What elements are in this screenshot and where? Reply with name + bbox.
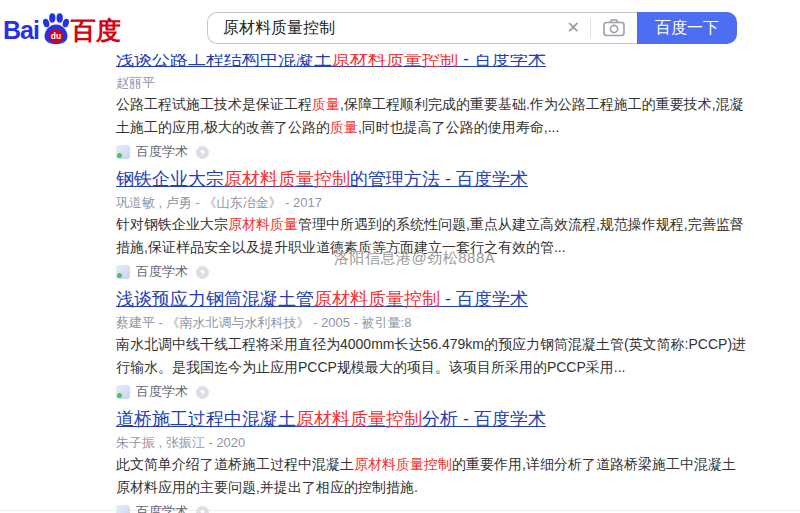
results-list: 浅谈公路工程结构中混凝土原材料质量控制 - 百度学术 赵丽平 公路工程试施工技术… bbox=[116, 48, 756, 513]
logo-latin-text: Bai bbox=[3, 13, 39, 47]
baidu-serp-page: 浅谈公路工程结构中混凝土原材料质量控制 - 百度学术 赵丽平 公路工程试施工技术… bbox=[0, 0, 800, 513]
result-source-label: 百度学术 bbox=[136, 263, 188, 281]
clear-icon[interactable]: ✕ bbox=[557, 13, 590, 43]
baidu-scholar-icon bbox=[116, 145, 130, 159]
result-byline: 赵丽平 bbox=[116, 74, 756, 91]
chevron-down-icon[interactable]: ▼ bbox=[196, 266, 209, 279]
chevron-down-icon[interactable]: ▼ bbox=[196, 146, 209, 159]
result-byline: 朱子振 , 张振江 - 2020 bbox=[116, 434, 756, 451]
search-box: ✕ 百度一下 bbox=[207, 12, 737, 44]
search-button[interactable]: 百度一下 bbox=[637, 12, 737, 44]
chevron-down-icon[interactable]: ▼ bbox=[196, 506, 209, 513]
baidu-logo[interactable]: Bai du 百度 bbox=[3, 9, 121, 47]
baidu-paw-icon: du bbox=[40, 11, 70, 49]
result-source-bar[interactable]: 百度学术 ▼ bbox=[116, 384, 756, 400]
search-header: Bai du 百度 ✕ bbox=[0, 0, 800, 54]
result-snippet: 公路工程试施工技术是保证工程质量,保障工程顺利完成的重要基础.作为公路工程施工的… bbox=[116, 93, 748, 139]
svg-text:du: du bbox=[51, 31, 61, 41]
result-snippet: 此文简单介绍了道桥施工过程中混凝土原材料质量控制的重要作用,详细分析了道路桥梁施… bbox=[116, 453, 748, 499]
baidu-scholar-icon bbox=[116, 505, 130, 513]
chevron-down-icon[interactable]: ▼ bbox=[196, 386, 209, 399]
result-byline: 巩道敏 , 卢勇 - 《山东冶金》 - 2017 bbox=[116, 194, 756, 211]
result-snippet: 南水北调中线干线工程将采用直径为4000mm长达56.479km的预应力钢筒混凝… bbox=[116, 333, 748, 379]
result-title-link[interactable]: 道桥施工过程中混凝土原材料质量控制分析 - 百度学术 bbox=[116, 408, 546, 430]
result-source-bar[interactable]: 百度学术 ▼ bbox=[116, 504, 756, 513]
result-source-bar[interactable]: 百度学术 ▼ bbox=[116, 264, 756, 280]
result-source-label: 百度学术 bbox=[136, 383, 188, 401]
search-input[interactable] bbox=[223, 19, 557, 37]
search-result: 道桥施工过程中混凝土原材料质量控制分析 - 百度学术 朱子振 , 张振江 - 2… bbox=[116, 408, 756, 513]
search-result: 浅谈公路工程结构中混凝土原材料质量控制 - 百度学术 赵丽平 公路工程试施工技术… bbox=[116, 48, 756, 168]
result-source-label: 百度学术 bbox=[136, 503, 188, 513]
search-result: 浅谈预应力钢筒混凝土管原材料质量控制 - 百度学术 蔡建平 - 《南水北调与水利… bbox=[116, 288, 756, 408]
baidu-scholar-icon bbox=[116, 265, 130, 279]
camera-icon[interactable] bbox=[591, 19, 637, 37]
baidu-scholar-icon bbox=[116, 385, 130, 399]
result-byline: 蔡建平 - 《南水北调与水利科技》 - 2005 - 被引量:8 bbox=[116, 314, 756, 331]
result-source-label: 百度学术 bbox=[136, 143, 188, 161]
result-title-link[interactable]: 浅谈预应力钢筒混凝土管原材料质量控制 - 百度学术 bbox=[116, 288, 528, 310]
search-input-wrap: ✕ bbox=[207, 12, 637, 44]
search-result: 钢铁企业大宗原材料质量控制的管理方法 - 百度学术 巩道敏 , 卢勇 - 《山东… bbox=[116, 168, 756, 288]
logo-cjk-text: 百度 bbox=[71, 13, 121, 47]
result-title-link[interactable]: 钢铁企业大宗原材料质量控制的管理方法 - 百度学术 bbox=[116, 168, 528, 190]
result-snippet: 针对钢铁企业大宗原材料质量管理中所遇到的系统性问题,重点从建立高效流程,规范操作… bbox=[116, 213, 748, 259]
result-source-bar[interactable]: 百度学术 ▼ bbox=[116, 144, 756, 160]
